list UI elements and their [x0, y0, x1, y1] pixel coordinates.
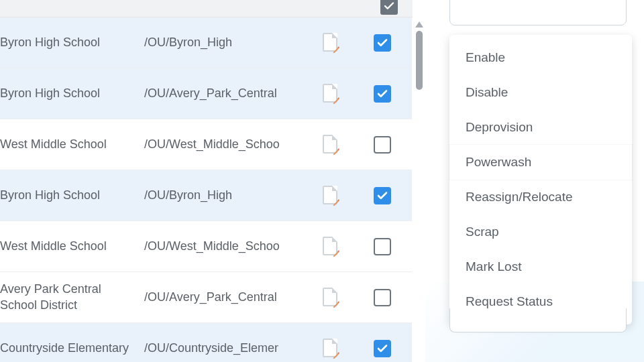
row-checkbox[interactable] [374, 85, 391, 103]
pencil-icon [332, 249, 341, 258]
row-edit-cell [299, 33, 362, 53]
action-label: Reassign/Relocate [466, 190, 572, 204]
table-row[interactable]: West Middle School/OU/West_Middle_Schoo [0, 119, 412, 170]
row-ou-path: /OU/West_Middle_Schoo [144, 137, 299, 152]
device-table: Byron High School/OU/Byron_High Byron Hi… [0, 17, 425, 362]
select-all-checkbox[interactable] [380, 0, 398, 15]
row-check-cell [362, 34, 402, 52]
row-ou-path: /OU/Byron_High [144, 35, 299, 50]
row-school-name: Byron High School [0, 188, 144, 203]
action-label: Enable [466, 50, 505, 64]
row-school-name: Countryside Elementary [0, 341, 144, 356]
row-ou-path: /OU/West_Middle_Schoo [144, 239, 299, 254]
edit-document-icon[interactable] [323, 84, 339, 104]
search-field[interactable] [449, 0, 627, 25]
table-row[interactable]: West Middle School/OU/West_Middle_Schoo [0, 221, 412, 272]
row-checkbox[interactable] [374, 289, 391, 306]
edit-document-icon[interactable] [323, 288, 339, 308]
action-scrap[interactable]: Scrap [449, 215, 632, 249]
action-powerwash[interactable]: Powerwash [449, 145, 632, 180]
row-ou-path: /OU/Byron_High [144, 188, 299, 203]
row-checkbox[interactable] [374, 34, 391, 52]
row-ou-path: /OU/Countryside_Elemer [144, 341, 299, 356]
action-label: Powerwash [466, 155, 531, 169]
row-school-name: Byron High School [0, 86, 144, 101]
panel-card-bottom [449, 308, 627, 333]
action-reassign-relocate[interactable]: Reassign/Relocate [449, 180, 632, 215]
edit-document-icon[interactable] [323, 135, 339, 155]
edit-document-icon[interactable] [323, 339, 339, 359]
pencil-icon [332, 96, 341, 105]
row-ou-path: /OU/Avery_Park_Central [144, 86, 299, 101]
action-label: Disable [466, 85, 508, 99]
row-edit-cell [299, 84, 362, 104]
row-school-name: West Middle School [0, 137, 144, 152]
row-check-cell [362, 289, 402, 306]
row-check-cell [362, 340, 402, 357]
row-edit-cell [299, 288, 362, 308]
table-header [0, 0, 413, 17]
row-checkbox[interactable] [374, 187, 391, 204]
row-edit-cell [299, 339, 362, 359]
checkmark-icon [376, 190, 388, 202]
row-school-name: Avery Park Central School District [0, 282, 144, 313]
edit-document-icon[interactable] [323, 33, 339, 53]
action-disable[interactable]: Disable [449, 75, 632, 110]
table-row[interactable]: Avery Park Central School District/OU/Av… [0, 272, 412, 323]
row-edit-cell [299, 186, 362, 206]
right-panel: EnableDisableDeprovisionPowerwashReassig… [425, 0, 644, 362]
pencil-icon [332, 351, 341, 360]
edit-document-icon[interactable] [323, 186, 339, 206]
row-check-cell [362, 187, 402, 204]
row-check-cell [362, 85, 402, 103]
pencil-icon [332, 198, 341, 207]
action-label: Scrap [466, 225, 499, 239]
table-row[interactable]: Byron High School/OU/Avery_Park_Central [0, 68, 412, 119]
row-checkbox[interactable] [374, 340, 391, 357]
action-label: Request Status [466, 294, 553, 308]
checkmark-icon [376, 343, 388, 355]
row-edit-cell [299, 237, 362, 257]
pencil-icon [332, 300, 341, 309]
row-school-name: Byron High School [0, 35, 144, 50]
row-ou-path: /OU/Avery_Park_Central [144, 290, 299, 305]
table-row[interactable]: Byron High School/OU/Byron_High [0, 17, 412, 68]
row-edit-cell [299, 135, 362, 155]
table-row[interactable]: Byron High School/OU/Byron_High [0, 170, 412, 221]
action-label: Deprovision [466, 120, 533, 134]
row-checkbox[interactable] [374, 136, 391, 154]
row-check-cell [362, 238, 402, 255]
action-enable[interactable]: Enable [449, 40, 632, 75]
actions-menu: EnableDisableDeprovisionPowerwashReassig… [449, 35, 632, 324]
action-label: Mark Lost [466, 259, 521, 274]
action-deprovision[interactable]: Deprovision [449, 110, 632, 145]
checkmark-icon [376, 88, 388, 100]
action-mark-lost[interactable]: Mark Lost [449, 249, 632, 284]
checkmark-icon [383, 0, 395, 12]
table-row[interactable]: Countryside Elementary/OU/Countryside_El… [0, 323, 412, 362]
checkmark-icon [376, 37, 388, 49]
row-check-cell [362, 136, 402, 154]
pencil-icon [332, 45, 341, 54]
row-checkbox[interactable] [374, 238, 391, 255]
row-school-name: West Middle School [0, 239, 144, 254]
pencil-icon [332, 147, 341, 156]
edit-document-icon[interactable] [323, 237, 339, 257]
